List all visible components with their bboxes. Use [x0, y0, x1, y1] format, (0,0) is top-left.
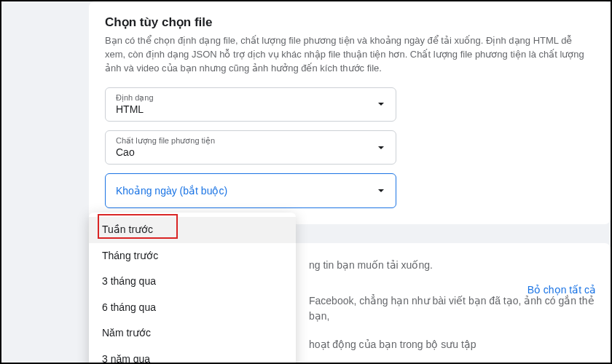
option-last-month[interactable]: Tháng trước — [89, 243, 296, 269]
option-last-week[interactable]: Tuần trước — [89, 217, 296, 243]
caret-down-icon — [377, 143, 385, 152]
card-title: Chọn tùy chọn file — [105, 15, 595, 30]
caret-down-icon — [377, 100, 385, 108]
option-3-months[interactable]: 3 tháng qua — [89, 269, 296, 295]
format-value: HTML — [116, 103, 385, 116]
option-last-year[interactable]: Năm trước — [89, 320, 296, 347]
quality-value: Cao — [116, 146, 385, 159]
quality-label: Chất lượng file phương tiện — [116, 136, 385, 146]
format-label: Định dạng — [116, 93, 385, 103]
caret-down-icon — [377, 186, 385, 195]
date-range-dropdown: Tuần trước Tháng trước 3 tháng qua 6 thá… — [89, 213, 296, 364]
quality-select[interactable]: Chất lượng file phương tiện Cao — [105, 130, 396, 165]
option-3-years[interactable]: 3 năm qua — [89, 347, 296, 365]
option-6-months[interactable]: 6 tháng qua — [89, 295, 296, 321]
card-description: Bạn có thể chọn định dạng file, chất lượ… — [105, 34, 595, 76]
file-options-card: Chọn tùy chọn file Bạn có thể chọn định … — [89, 1, 611, 224]
date-range-placeholder: Khoảng ngày (bắt buộc) — [116, 185, 227, 197]
deselect-all-link[interactable]: Bỏ chọn tất cả — [527, 284, 596, 296]
date-range-select[interactable]: Khoảng ngày (bắt buộc) — [105, 173, 396, 208]
format-select[interactable]: Định dạng HTML — [105, 87, 396, 122]
